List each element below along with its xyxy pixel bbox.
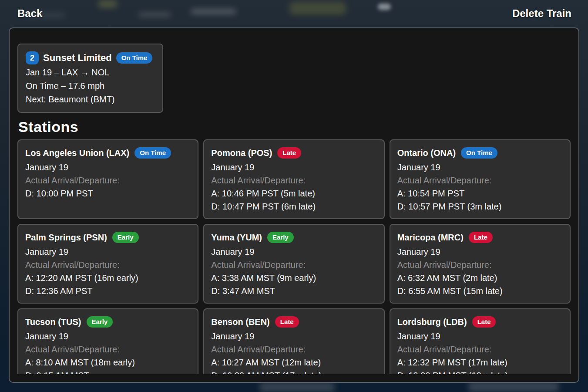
station-card: Maricopa (MRC) Late January 19 Actual Ar… [390, 224, 571, 304]
station-time-line: A: 8:10 AM MST (18m early) [25, 356, 191, 369]
station-date: January 19 [211, 245, 376, 258]
station-times: A: 10:27 AM MST (12m late)D: 10:32 AM MS… [211, 356, 376, 374]
station-title-row: Maricopa (MRC) Late [397, 230, 563, 245]
arrival-departure-label: Actual Arrival/Departure: [25, 343, 191, 356]
station-date: January 19 [397, 161, 563, 174]
arrival-departure-label: Actual Arrival/Departure: [25, 174, 191, 187]
station-times: A: 12:32 PM MST (17m late)D: 12:33 PM MS… [397, 356, 563, 374]
arrival-departure-label: Actual Arrival/Departure: [211, 174, 376, 187]
panel-scroll-area[interactable]: 2 Sunset Limited On Time Jan 19 – LAX → … [10, 28, 578, 374]
station-status-badge: Late [469, 232, 493, 243]
train-status-speed: On Time – 17.6 mph [26, 79, 155, 93]
station-time-line: D: 10:47 PM PST (6m late) [211, 200, 376, 213]
arrival-departure-label: Actual Arrival/Departure: [25, 258, 191, 271]
station-times: A: 10:54 PM PSTD: 10:57 PM PST (3m late) [397, 187, 563, 213]
map-blob [468, 382, 559, 392]
station-time-line: D: 6:55 AM MST (15m late) [397, 284, 563, 297]
station-title-row: Ontario (ONA) On Time [397, 145, 563, 160]
station-title-row: Lordsburg (LDB) Late [397, 314, 563, 329]
station-times: A: 10:46 PM PST (5m late)D: 10:47 PM PST… [211, 187, 376, 213]
arrival-departure-label: Actual Arrival/Departure: [211, 258, 376, 271]
station-name: Pomona (POS) [211, 148, 272, 158]
delete-train-button[interactable]: Delete Train [512, 7, 571, 20]
station-status-badge: Early [112, 232, 139, 243]
station-time-line: D: 10:57 PM PST (3m late) [397, 200, 563, 213]
station-name: Tucson (TUS) [25, 317, 81, 327]
station-date: January 19 [25, 161, 191, 174]
station-time-line: D: 9:15 AM MST [25, 369, 191, 374]
station-time-line: D: 12:36 AM PST [25, 284, 191, 297]
station-title-row: Yuma (YUM) Early [211, 230, 376, 245]
station-name: Maricopa (MRC) [397, 233, 464, 243]
station-title-row: Los Angeles Union (LAX) On Time [25, 145, 191, 160]
arrival-departure-label: Actual Arrival/Departure: [211, 343, 376, 356]
train-detail-panel: 2 Sunset Limited On Time Jan 19 – LAX → … [9, 27, 579, 383]
station-time-line: A: 10:46 PM PST (5m late) [211, 187, 376, 200]
station-title-row: Tucson (TUS) Early [25, 314, 191, 329]
station-date: January 19 [211, 161, 376, 174]
station-time-line: D: 10:32 AM MST (17m late) [211, 369, 376, 374]
station-status-badge: On Time [134, 147, 171, 159]
station-title-row: Pomona (POS) Late [211, 145, 376, 160]
station-card: Ontario (ONA) On Time January 19 Actual … [390, 139, 571, 219]
station-time-line: A: 10:27 AM MST (12m late) [211, 356, 376, 369]
station-times: A: 8:10 AM MST (18m early)D: 9:15 AM MST [25, 356, 191, 374]
station-name: Ontario (ONA) [397, 148, 456, 158]
station-date: January 19 [397, 330, 563, 343]
station-name: Palm Springs (PSN) [25, 233, 107, 243]
station-date: January 19 [211, 330, 376, 343]
train-name: Sunset Limited [43, 52, 112, 64]
arrival-departure-label: Actual Arrival/Departure: [397, 174, 563, 187]
station-card: Yuma (YUM) Early January 19 Actual Arriv… [203, 224, 384, 304]
station-times: A: 6:32 AM MST (2m late)D: 6:55 AM MST (… [397, 271, 563, 297]
station-date: January 19 [25, 330, 191, 343]
train-route: Jan 19 – LAX → NOL [26, 66, 155, 79]
station-times: A: 3:38 AM MST (9m early)D: 3:47 AM MST [211, 271, 376, 297]
station-card: Lordsburg (LDB) Late January 19 Actual A… [390, 308, 571, 374]
station-name: Los Angeles Union (LAX) [25, 148, 129, 158]
train-title-row: 2 Sunset Limited On Time [26, 50, 155, 66]
train-summary-card: 2 Sunset Limited On Time Jan 19 – LAX → … [17, 44, 163, 113]
train-number-badge: 2 [26, 51, 39, 64]
station-title-row: Benson (BEN) Late [211, 314, 376, 329]
station-card: Pomona (POS) Late January 19 Actual Arri… [203, 139, 384, 219]
stations-heading: Stations [18, 118, 570, 135]
station-status-badge: Early [267, 232, 294, 243]
station-time-line: A: 12:20 AM PST (16m early) [25, 271, 191, 284]
station-time-line: D: 3:47 AM MST [211, 284, 376, 297]
station-time-line: A: 6:32 AM MST (2m late) [397, 271, 563, 284]
station-card: Tucson (TUS) Early January 19 Actual Arr… [17, 308, 198, 374]
station-status-badge: Late [472, 316, 496, 328]
station-status-badge: On Time [461, 147, 497, 159]
station-card: Los Angeles Union (LAX) On Time January … [17, 139, 198, 219]
train-status-badge: On Time [116, 52, 153, 64]
station-date: January 19 [25, 245, 191, 258]
back-button[interactable]: Back [17, 7, 42, 20]
station-name: Yuma (YUM) [211, 233, 262, 243]
arrival-departure-label: Actual Arrival/Departure: [397, 258, 563, 271]
station-times: D: 10:00 PM PST [25, 187, 191, 200]
train-next-stop: Next: Beaumont (BMT) [26, 93, 155, 106]
station-date: January 19 [397, 245, 563, 258]
station-time-line: D: 10:00 PM PST [25, 187, 191, 200]
station-time-line: A: 10:54 PM PST [397, 187, 563, 200]
station-times: A: 12:20 AM PST (16m early)D: 12:36 AM P… [25, 271, 191, 297]
station-time-line: A: 12:32 PM MST (17m late) [397, 356, 563, 369]
station-status-badge: Late [277, 147, 301, 159]
station-card: Benson (BEN) Late January 19 Actual Arri… [203, 308, 384, 374]
top-bar: Back Delete Train [0, 0, 588, 27]
station-name: Benson (BEN) [211, 317, 269, 327]
station-title-row: Palm Springs (PSN) Early [25, 230, 191, 245]
station-time-line: D: 12:33 PM MST (18m late) [397, 369, 563, 374]
station-status-badge: Early [87, 316, 113, 328]
map-blob [259, 382, 335, 392]
station-status-badge: Late [275, 316, 299, 328]
station-card: Palm Springs (PSN) Early January 19 Actu… [17, 224, 198, 304]
stations-grid: Los Angeles Union (LAX) On Time January … [17, 139, 571, 374]
station-name: Lordsburg (LDB) [397, 317, 467, 327]
station-time-line: A: 3:38 AM MST (9m early) [211, 271, 376, 284]
arrival-departure-label: Actual Arrival/Departure: [397, 343, 563, 356]
